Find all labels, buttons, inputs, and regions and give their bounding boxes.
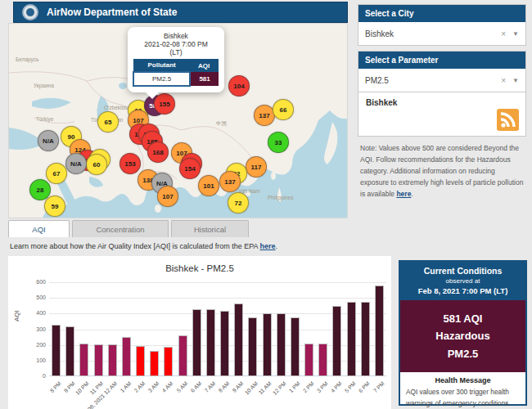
chart-bar (318, 344, 327, 376)
aqi-map-marker[interactable]: 59 (44, 196, 65, 217)
popup-pollutant-value: PM2.5 (133, 72, 190, 86)
chart-xtick-label: 10 PM (74, 380, 90, 396)
chart-ytick-label: 100 (23, 357, 46, 363)
epa-here-link[interactable]: here (260, 242, 276, 250)
select-parameter-header: Select a Parameter (358, 52, 525, 69)
chart-xtick-label: 1 AM (119, 380, 132, 393)
cc-datetime: Feb 8, 2021 7:00 PM (LT) (404, 286, 522, 295)
city-select-value: Bishkek (365, 29, 501, 38)
chart-bar (248, 317, 257, 376)
chart-bar (65, 326, 74, 376)
feed-city-label: Bishkek (366, 98, 518, 107)
cc-health-title: Health Message (406, 376, 520, 384)
dos-seal-icon (22, 4, 38, 20)
note-prefix: Note: Values above 500 are considered Be… (360, 144, 523, 198)
chart-bar (277, 313, 286, 376)
popup-col-pollutant: Pollutant (133, 59, 190, 72)
chart-xtick-label: 2 PM (301, 380, 314, 393)
chart-ytick-label: 400 (23, 310, 46, 316)
parameter-select-value: PM2.5 (365, 76, 501, 85)
learn-more-suffix: . (276, 242, 278, 250)
chart-xtick-label: 3 PM (316, 380, 329, 393)
chart-bar (122, 337, 131, 376)
chart-xtick-label: 1 PM (287, 380, 300, 393)
aqi-map-marker[interactable]: 101 (198, 175, 219, 196)
rss-icon[interactable] (497, 109, 519, 131)
cc-subtitle: observed at (404, 277, 522, 285)
aqi-map[interactable]: БеларусьУкраинаTürkiyeO'zbekistonTürkmen… (8, 23, 348, 218)
chart-xtick-label: 7 PM (372, 380, 385, 393)
select-city-panel: Select a City Bishkek × ▼ (358, 4, 526, 46)
chart-bar (136, 346, 145, 376)
chart-bar (361, 302, 370, 376)
aqi-map-marker[interactable]: 60 (86, 154, 107, 175)
city-select[interactable]: Bishkek × ▼ (358, 22, 525, 45)
app-header: AirNow Department of State (13, 2, 348, 23)
chevron-down-icon[interactable]: ▼ (512, 77, 519, 84)
popup-table: Pollutant AQI PM2.5 581 (133, 59, 219, 87)
chart-xtick-label: 2 AM (133, 380, 147, 393)
aqi-map-marker[interactable]: 65 (97, 111, 119, 133)
chart-bar (150, 351, 159, 376)
chart-bar (220, 311, 229, 377)
popup-datetime: 2021-02-08 7:00 PM (133, 40, 219, 48)
aqi-map-marker[interactable]: 104 (228, 75, 250, 97)
note-suffix: . (411, 190, 413, 198)
chart-xtick-label: 9 AM (232, 380, 245, 393)
chart-gridline (49, 282, 386, 283)
cc-aqi-value: 581 AQI (404, 310, 522, 327)
aqi-map-marker[interactable]: 168 (147, 142, 169, 163)
aqi-map-marker[interactable]: 137 (219, 171, 241, 192)
select-city-header: Select a City (358, 5, 525, 22)
aqi-map-marker[interactable]: N/A (38, 130, 59, 151)
chevron-down-icon[interactable]: ▼ (512, 30, 519, 38)
current-conditions-panel: Current Conditions observed at Feb 8, 20… (399, 260, 527, 406)
cc-title: Current Conditions (404, 266, 522, 276)
parameter-select[interactable]: PM2.5 × ▼ (358, 69, 525, 92)
beyond-aqi-note: Note: Values above 500 are considered Be… (360, 142, 525, 200)
chart-gridline (49, 298, 386, 299)
popup-timezone: (LT) (133, 48, 219, 56)
chart-bar (234, 303, 243, 376)
current-conditions-header: Current Conditions observed at Feb 8, 20… (400, 262, 525, 300)
chart-xtick-label: 6 AM (189, 380, 202, 393)
select-parameter-panel: Select a Parameter PM2.5 × ▼ (358, 51, 526, 92)
clear-x-icon[interactable]: × (501, 76, 506, 85)
tab-concentration[interactable]: Concentration (72, 220, 169, 237)
chart-xtick-label: 5 AM (175, 380, 188, 393)
cc-health-text: AQI values over 300 trigger health warni… (406, 387, 520, 409)
chart-bar (94, 344, 103, 376)
tab-aqi[interactable]: AQI (8, 220, 70, 237)
aqi-chart-card: Bishkek - PM2.5 AQI 01002003004005006008… (8, 256, 391, 409)
chart-ytick-label: 600 (23, 279, 46, 285)
chart-xtick-label: 4 PM (330, 380, 343, 393)
chart-xtick-label: 12 PM (271, 380, 286, 396)
clear-x-icon[interactable]: × (501, 29, 506, 38)
cc-health-block: Health Message AQI values over 300 trigg… (400, 372, 525, 409)
learn-more-prefix: Learn more about how the Air Quality Ind… (10, 242, 260, 250)
chart-bar (263, 313, 272, 376)
aqi-map-marker[interactable]: 66 (273, 99, 294, 120)
chart-xtick-label: 4 AM (161, 380, 174, 393)
chart-ytick-label: 200 (23, 342, 46, 348)
chart-ytick-label: 300 (23, 326, 46, 332)
aqi-map-marker[interactable]: 107 (157, 186, 178, 207)
aqi-map-marker[interactable]: 117 (246, 156, 267, 178)
cc-category: Hazardous (404, 327, 522, 344)
aqi-map-marker[interactable]: 154 (179, 158, 201, 179)
aqi-map-marker[interactable]: 33 (268, 132, 289, 153)
chart-bar (178, 335, 187, 376)
map-popup: Bishkek 2021-02-08 7:00 PM (LT) Pollutan… (128, 27, 224, 92)
chart-ytick-label: 500 (23, 294, 46, 300)
aqi-map-marker[interactable]: N/A (65, 153, 87, 174)
aqi-map-marker[interactable]: 72 (228, 192, 249, 213)
chart-bar (52, 325, 61, 376)
aqi-map-marker[interactable]: 153 (119, 153, 141, 174)
tab-historical[interactable]: Historical (171, 220, 249, 237)
chart-bar (332, 306, 341, 376)
chart-ytick-label: 0 (23, 373, 46, 379)
note-here-link[interactable]: here (396, 190, 411, 198)
chart-xtick-label: 5 PM (344, 380, 357, 393)
learn-more-text: Learn more about how the Air Quality Ind… (10, 242, 277, 250)
aqi-map-marker[interactable]: 67 (46, 163, 67, 184)
